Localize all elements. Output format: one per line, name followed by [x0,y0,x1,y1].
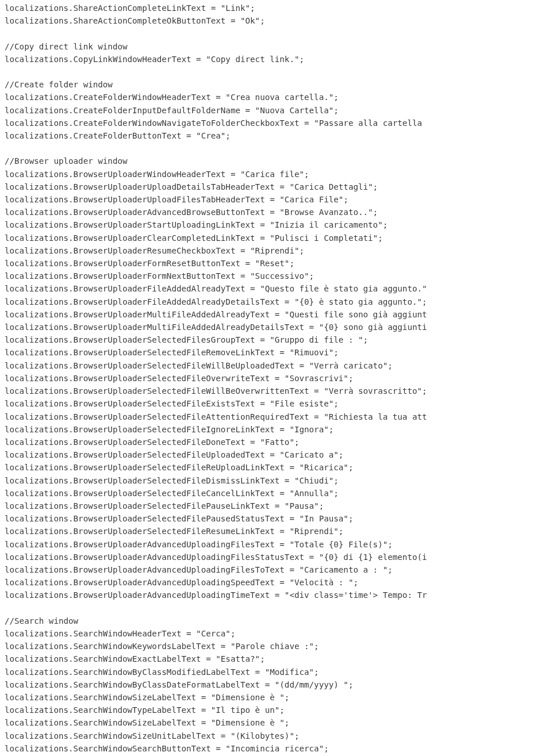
code-content: localizations.ShareActionCompleteLinkTex… [5,3,427,753]
code-block: localizations.ShareActionCompleteLinkTex… [0,0,552,756]
